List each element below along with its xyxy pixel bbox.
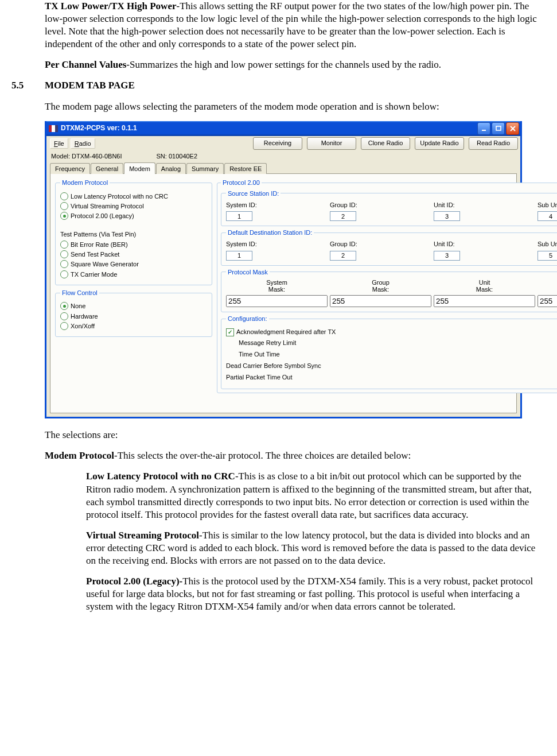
update-radio-button[interactable]: Update Radio — [415, 137, 464, 150]
test-patterns-header: Test Patterns (Via Test Pin) — [60, 230, 207, 238]
subunit-mask-input[interactable] — [537, 295, 557, 307]
label-subunit-id: Sub Unit ID: — [537, 240, 557, 248]
tab-general[interactable]: General — [91, 163, 123, 174]
source-station-legend: Source Station ID: — [226, 189, 281, 197]
tab-strip: Frequency General Modem Analog Summary R… — [46, 162, 520, 173]
device-info: Model: DTXM-460-0BN6I SN: 010040E2 — [46, 151, 520, 162]
source-system-id-input[interactable] — [226, 211, 252, 221]
menu-radio[interactable]: Radio — [71, 138, 95, 149]
section-intro: The modem page allows selecting the para… — [45, 100, 544, 113]
model-value: DTXM-460-0BN6I — [72, 153, 122, 160]
modem-protocol-group: Modem Protocol Low Latency Protocol with… — [55, 179, 212, 285]
source-group-id-input[interactable] — [330, 211, 356, 221]
radio-p200[interactable]: Protocol 2.00 (Legacy) — [60, 212, 207, 220]
radio-llp-label: Low Latency Protocol with no CRC — [71, 192, 168, 200]
radio-squarewave-label: Square Wave Generator — [71, 260, 139, 268]
receiving-button[interactable]: Receiving — [253, 137, 302, 150]
selections-intro: The selections are: — [45, 429, 544, 441]
radio-icon — [60, 250, 68, 258]
configuration-group: Configuration: Acknowledgment Required a… — [221, 315, 557, 389]
maximize-button[interactable] — [492, 122, 505, 135]
partial-packet-field: Partial Packet Time Out — [226, 373, 557, 382]
read-radio-button[interactable]: Read Radio — [469, 137, 518, 150]
svg-rect-1 — [496, 126, 501, 130]
radio-flow-hardware[interactable]: Hardware — [60, 312, 207, 320]
label-group-id: Group ID: — [330, 240, 431, 248]
p200-heading: Protocol 2.00 (Legacy)- — [86, 576, 182, 587]
source-subunit-id-input[interactable] — [537, 211, 557, 221]
dest-group-id-input[interactable] — [330, 251, 356, 261]
radio-icon — [60, 322, 68, 330]
group-mask-input[interactable] — [330, 295, 431, 307]
clone-radio-button[interactable]: Clone Radio — [361, 137, 410, 150]
p200-paragraph: Protocol 2.00 (Legacy)-This is the proto… — [86, 575, 537, 613]
menu-file[interactable]: File — [50, 138, 68, 149]
protocol-mask-legend: Protocol Mask — [226, 268, 270, 276]
radio-flow-xonxoff[interactable]: Xon/Xoff — [60, 322, 207, 330]
source-unit-id-input[interactable] — [434, 211, 460, 221]
per-channel-paragraph: Per Channel Values-Summarizes the high a… — [45, 59, 544, 71]
dest-system-id-input[interactable] — [226, 251, 252, 261]
label-subunit-id: Sub Unit ID: — [537, 201, 557, 209]
dead-carrier-field: Dead Carrier Before Symbol Sync — [226, 361, 557, 371]
timeout-label: Time Out Time — [239, 350, 557, 358]
radio-icon — [60, 260, 68, 268]
radio-send-test[interactable]: Send Test Packet — [60, 250, 207, 258]
label-system-id: System ID: — [226, 240, 328, 248]
modem-tab-body: Modem Protocol Low Latency Protocol with… — [50, 173, 517, 413]
radio-send-test-label: Send Test Packet — [71, 250, 119, 258]
radio-squarewave[interactable]: Square Wave Generator — [60, 260, 207, 268]
dead-carrier-label: Dead Carrier Before Symbol Sync — [226, 362, 557, 370]
menu-toolbar: File Radio Receiving Monitor Clone Radio… — [46, 136, 520, 151]
vsp-paragraph: Virtual Streaming Protocol-This is simil… — [86, 529, 537, 567]
monitor-button[interactable]: Monitor — [307, 137, 356, 150]
tab-summary[interactable]: Summary — [186, 163, 224, 174]
modem-protocol-legend: Modem Protocol — [60, 179, 110, 187]
radio-icon — [60, 302, 68, 310]
tab-analog[interactable]: Analog — [156, 163, 186, 174]
window-title: DTXM2-PCPS ver: 0.1.1 — [61, 124, 137, 133]
tab-frequency[interactable]: Frequency — [50, 163, 90, 174]
radio-llp[interactable]: Low Latency Protocol with no CRC — [60, 192, 207, 200]
radio-vsp[interactable]: Virtual Streaming Protocol — [60, 202, 207, 210]
ack-required-checkbox[interactable]: Acknowledgment Required after TX — [226, 328, 557, 336]
section-title: MODEM TAB PAGE — [45, 79, 544, 92]
dest-unit-id-input[interactable] — [434, 251, 460, 261]
label-system-mask: SystemMask: — [226, 280, 328, 293]
tab-modem[interactable]: Modem — [124, 162, 155, 174]
svg-rect-0 — [482, 130, 486, 131]
per-channel-heading: Per Channel Values — [45, 59, 126, 70]
sn-label: SN: — [157, 153, 169, 160]
tab-restore-ee[interactable]: Restore EE — [224, 163, 267, 174]
label-group-id: Group ID: — [330, 201, 431, 209]
dest-subunit-id-input[interactable] — [537, 251, 557, 261]
tx-power-paragraph: TX Low Power/TX High Power-This allows s… — [45, 0, 544, 51]
modem-protocol-text: -This selects the over-the-air protocol.… — [114, 450, 411, 461]
vsp-heading: Virtual Streaming Protocol — [86, 530, 199, 541]
radio-ber[interactable]: Bit Error Rate (BER) — [60, 241, 207, 249]
flow-control-group: Flow Control None Hardware Xon/Xoff — [55, 289, 212, 337]
dest-station-group: Default Destination Station ID: System I… — [221, 228, 557, 266]
radio-txcarrier[interactable]: TX Carrier Mode — [60, 270, 207, 278]
source-station-group: Source Station ID: System ID: Group ID: … — [221, 189, 557, 227]
system-mask-input[interactable] — [226, 295, 328, 307]
radio-p200-label: Protocol 2.00 (Legacy) — [71, 212, 134, 220]
radio-ber-label: Bit Error Rate (BER) — [71, 241, 128, 249]
radio-icon — [60, 270, 68, 278]
dest-station-legend: Default Destination Station ID: — [226, 228, 314, 237]
unit-mask-input[interactable] — [434, 295, 535, 307]
per-channel-text: -Summarizes the high and low power setti… — [126, 59, 441, 70]
radio-icon — [60, 241, 68, 249]
llp-heading: Low Latency Protocol with no CRC — [86, 471, 235, 482]
window-titlebar: DTXM2-PCPS ver: 0.1.1 — [46, 121, 520, 136]
radio-icon — [60, 202, 68, 210]
minimize-button[interactable] — [477, 122, 490, 135]
radio-flow-none[interactable]: None — [60, 302, 207, 310]
radio-vsp-label: Virtual Streaming Protocol — [71, 202, 144, 210]
radio-flow-hardware-label: Hardware — [71, 312, 98, 320]
close-button[interactable] — [506, 122, 519, 135]
label-system-id: System ID: — [226, 201, 328, 209]
app-window: DTXM2-PCPS ver: 0.1.1 File Radio Receivi… — [45, 121, 522, 419]
modem-protocol-heading: Modem Protocol — [45, 450, 114, 461]
llp-paragraph: Low Latency Protocol with no CRC-This is… — [86, 470, 537, 521]
